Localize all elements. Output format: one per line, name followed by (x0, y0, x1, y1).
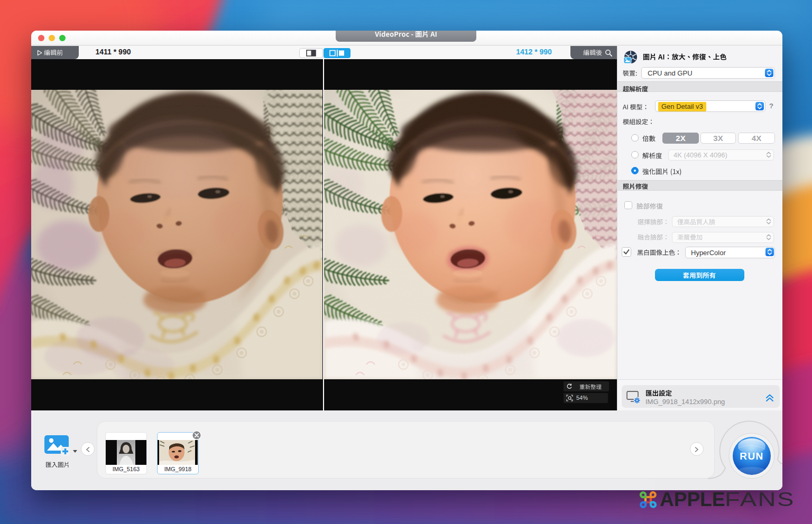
svg-text:RUN: RUN (740, 451, 764, 462)
